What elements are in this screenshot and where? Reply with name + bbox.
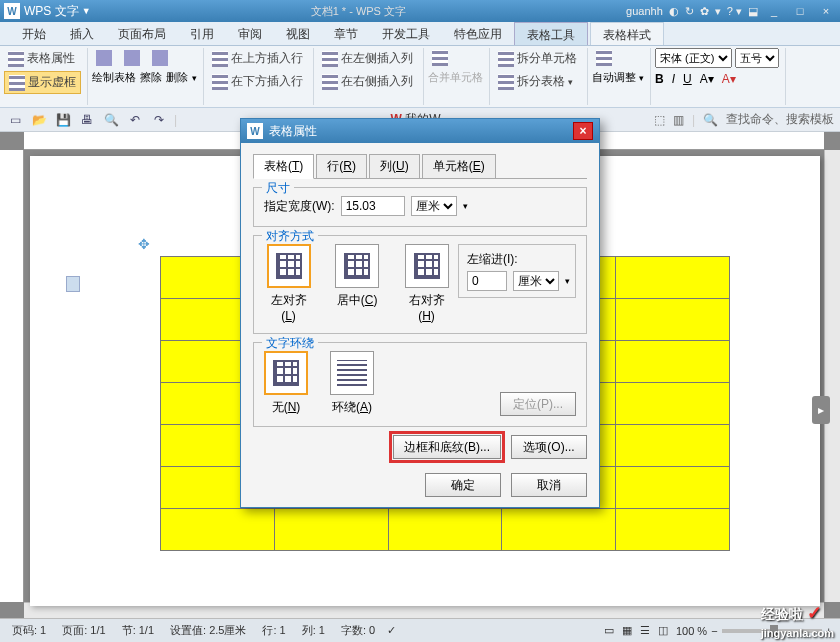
dialog-titlebar[interactable]: W 表格属性 ×	[241, 119, 599, 143]
minimize-button[interactable]: _	[764, 5, 784, 17]
font-size-select[interactable]: 五号	[735, 48, 779, 68]
status-page[interactable]: 页码: 1	[8, 623, 50, 638]
autofit-button[interactable]	[592, 48, 644, 68]
tab-special[interactable]: 特色应用	[442, 22, 514, 45]
draw-label: 绘制表格	[92, 70, 136, 85]
sync-icon[interactable]: ↻	[685, 5, 694, 18]
tab-table-style[interactable]: 表格样式	[590, 22, 664, 45]
user-avatar-icon[interactable]: ◐	[669, 5, 679, 18]
open-icon[interactable]: 📂	[30, 111, 48, 129]
side-expand-tab[interactable]: ▸	[812, 396, 830, 424]
dialog-tab-column[interactable]: 列(U)	[369, 154, 420, 179]
status-col: 列: 1	[298, 623, 329, 638]
options-button[interactable]: 选项(O)...	[511, 435, 587, 459]
align-center-option[interactable]: 居中(C)	[335, 244, 379, 309]
window-icon[interactable]: ▥	[673, 113, 684, 127]
insert-row-above-button[interactable]: 在上方插入行	[208, 48, 307, 69]
tab-review[interactable]: 审阅	[226, 22, 274, 45]
search-icon: 🔍	[703, 113, 718, 127]
grid-icon	[9, 75, 25, 91]
table-properties-button[interactable]: 表格属性	[4, 48, 81, 69]
underline-button[interactable]: U	[683, 72, 692, 86]
vertical-ruler[interactable]	[0, 150, 24, 602]
tab-table-tools[interactable]: 表格工具	[514, 22, 588, 45]
view-print-icon[interactable]: ▭	[604, 624, 614, 637]
tab-home[interactable]: 开始	[10, 22, 58, 45]
view-outline-icon[interactable]: ☰	[640, 624, 650, 637]
delete-button[interactable]	[148, 48, 172, 68]
border-shading-button[interactable]: 边框和底纹(B)...	[393, 435, 501, 459]
show-gridlines-button[interactable]: 显示虚框	[4, 71, 81, 94]
skin-icon[interactable]: ▾	[715, 5, 721, 18]
maximize-button[interactable]: □	[790, 5, 810, 17]
table-move-handle-icon[interactable]: ✥	[138, 236, 150, 252]
help-icon[interactable]: ? ▾	[727, 5, 742, 18]
highlight-button[interactable]: A▾	[700, 72, 714, 86]
save-icon[interactable]: 💾	[54, 111, 72, 129]
page-thumbnail-icon[interactable]	[66, 276, 80, 292]
insert-col-left-button[interactable]: 在左侧插入列	[318, 48, 417, 69]
zoom-out-icon[interactable]: −	[711, 625, 717, 637]
zoom-value[interactable]: 100 %	[676, 625, 707, 637]
redo-icon[interactable]: ↷	[150, 111, 168, 129]
print-icon[interactable]: 🖶	[78, 111, 96, 129]
vertical-scrollbar[interactable]	[824, 150, 840, 602]
status-pages[interactable]: 页面: 1/1	[58, 623, 109, 638]
delete-icon	[152, 50, 168, 66]
search-placeholder[interactable]: 查找命令、搜索模板	[726, 111, 834, 128]
user-name[interactable]: guanhh	[626, 5, 663, 17]
align-right-option[interactable]: 右对齐(H)	[401, 244, 452, 323]
dialog-tab-cell[interactable]: 单元格(E)	[422, 154, 496, 179]
wrap-none-option[interactable]: 无(N)	[264, 351, 308, 416]
view-web-icon[interactable]: ▦	[622, 624, 632, 637]
font-family-select[interactable]: 宋体 (正文)	[655, 48, 732, 68]
app-menu-dropdown-icon[interactable]: ▼	[82, 6, 91, 16]
split-table-button[interactable]: 拆分表格 ▾	[494, 71, 581, 92]
font-color-button[interactable]: A▾	[722, 72, 736, 86]
close-button[interactable]: ×	[816, 5, 836, 17]
cancel-button[interactable]: 取消	[511, 473, 587, 497]
wrap-fieldset: 文字环绕 无(N) 环绕(A) 定位(P)...	[253, 342, 587, 427]
width-unit-select[interactable]: 厘米	[411, 196, 457, 216]
ribbon-toggle-icon[interactable]: ⬓	[748, 5, 758, 18]
indent-unit-select[interactable]: 厘米	[513, 271, 559, 291]
dialog-close-button[interactable]: ×	[573, 122, 593, 140]
preview-icon[interactable]: 🔍	[102, 111, 120, 129]
split-cell-button[interactable]: 拆分单元格	[494, 48, 581, 69]
status-bar: 页码: 1 页面: 1/1 节: 1/1 设置值: 2.5厘米 行: 1 列: …	[0, 618, 840, 642]
new-icon[interactable]: ▭	[6, 111, 24, 129]
select-icon[interactable]: ⬚	[654, 113, 665, 127]
indent-input[interactable]	[467, 271, 507, 291]
insert-row-below-button[interactable]: 在下方插入行	[208, 71, 307, 92]
insert-col-right-button[interactable]: 在右侧插入列	[318, 71, 417, 92]
spellcheck-icon[interactable]: ✓	[387, 624, 396, 637]
tab-view[interactable]: 视图	[274, 22, 322, 45]
dialog-tab-table[interactable]: 表格(T)	[253, 154, 314, 179]
dialog-tab-row[interactable]: 行(R)	[316, 154, 367, 179]
size-fieldset: 尺寸 指定宽度(W): 厘米▾	[253, 187, 587, 227]
undo-icon[interactable]: ↶	[126, 111, 144, 129]
tab-dev[interactable]: 开发工具	[370, 22, 442, 45]
settings-icon[interactable]: ✿	[700, 5, 709, 18]
align-fieldset: 对齐方式 左对齐(L) 居中(C) 右对齐(H)	[253, 235, 587, 334]
ok-button[interactable]: 确定	[425, 473, 501, 497]
view-full-icon[interactable]: ◫	[658, 624, 668, 637]
col-right-icon	[322, 74, 338, 90]
document-title: 文档1 * - WPS 文字	[91, 4, 627, 19]
tab-layout[interactable]: 页面布局	[106, 22, 178, 45]
eraser-button[interactable]	[120, 48, 144, 68]
align-left-option[interactable]: 左对齐(L)	[264, 244, 313, 323]
wrap-around-option[interactable]: 环绕(A)	[330, 351, 374, 416]
bold-button[interactable]: B	[655, 72, 664, 86]
draw-table-button[interactable]	[92, 48, 116, 68]
tab-section[interactable]: 章节	[322, 22, 370, 45]
autofit-icon	[596, 50, 612, 66]
tab-ref[interactable]: 引用	[178, 22, 226, 45]
merge-cells-button[interactable]	[428, 48, 483, 68]
tab-insert[interactable]: 插入	[58, 22, 106, 45]
width-input[interactable]	[341, 196, 405, 216]
status-chars[interactable]: 字数: 0	[337, 623, 379, 638]
table-icon	[8, 51, 24, 67]
row-below-icon	[212, 74, 228, 90]
italic-button[interactable]: I	[672, 72, 675, 86]
